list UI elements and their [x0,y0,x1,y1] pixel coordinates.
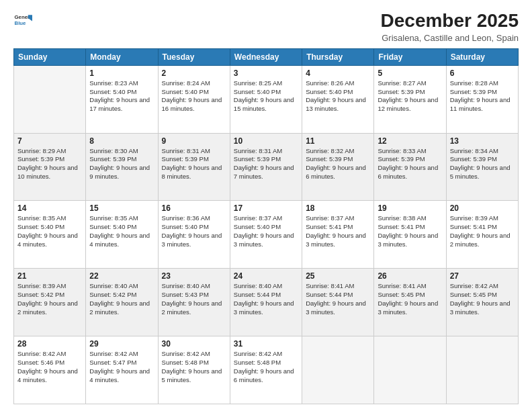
calendar-week-row: 28Sunrise: 8:42 AM Sunset: 5:46 PM Dayli… [14,336,519,404]
day-number: 29 [89,339,154,349]
day-info: Sunrise: 8:35 AM Sunset: 5:40 PM Dayligh… [17,214,82,248]
day-number: 14 [17,203,82,213]
column-header-wednesday: Wednesday [230,48,302,65]
calendar-cell: 1Sunrise: 8:23 AM Sunset: 5:40 PM Daylig… [86,65,158,133]
day-number: 25 [306,271,370,281]
day-info: Sunrise: 8:33 AM Sunset: 5:39 PM Dayligh… [378,147,442,181]
day-info: Sunrise: 8:42 AM Sunset: 5:45 PM Dayligh… [450,282,515,316]
day-info: Sunrise: 8:37 AM Sunset: 5:41 PM Dayligh… [306,214,370,248]
day-number: 15 [89,203,154,213]
calendar-cell: 11Sunrise: 8:32 AM Sunset: 5:39 PM Dayli… [302,133,374,201]
calendar-header-row: SundayMondayTuesdayWednesdayThursdayFrid… [14,48,519,65]
column-header-thursday: Thursday [302,48,374,65]
calendar-cell: 16Sunrise: 8:36 AM Sunset: 5:40 PM Dayli… [158,201,230,269]
day-info: Sunrise: 8:23 AM Sunset: 5:40 PM Dayligh… [89,79,154,113]
logo-icon: General Blue [13,11,32,30]
day-info: Sunrise: 8:32 AM Sunset: 5:39 PM Dayligh… [306,147,370,181]
calendar-table: SundayMondayTuesdayWednesdayThursdayFrid… [13,48,519,404]
logo: General Blue [13,11,32,30]
header: General Blue December 2025 Grisalena, Ca… [13,11,519,43]
calendar-cell: 9Sunrise: 8:31 AM Sunset: 5:39 PM Daylig… [158,133,230,201]
day-number: 22 [89,271,154,281]
column-header-tuesday: Tuesday [158,48,230,65]
calendar-cell [302,336,374,404]
column-header-sunday: Sunday [14,48,86,65]
calendar-cell: 2Sunrise: 8:24 AM Sunset: 5:40 PM Daylig… [158,65,230,133]
day-info: Sunrise: 8:37 AM Sunset: 5:40 PM Dayligh… [234,214,298,248]
day-number: 20 [450,203,515,213]
day-number: 31 [234,339,298,349]
day-info: Sunrise: 8:29 AM Sunset: 5:39 PM Dayligh… [17,147,82,181]
day-info: Sunrise: 8:39 AM Sunset: 5:41 PM Dayligh… [450,214,515,248]
day-number: 5 [378,68,442,78]
day-info: Sunrise: 8:42 AM Sunset: 5:46 PM Dayligh… [17,350,82,384]
calendar-cell: 14Sunrise: 8:35 AM Sunset: 5:40 PM Dayli… [14,201,86,269]
calendar-cell: 4Sunrise: 8:26 AM Sunset: 5:40 PM Daylig… [302,65,374,133]
day-number: 12 [378,136,442,146]
day-number: 13 [450,136,515,146]
calendar-cell: 20Sunrise: 8:39 AM Sunset: 5:41 PM Dayli… [446,201,518,269]
calendar-cell [374,336,446,404]
calendar-cell: 6Sunrise: 8:28 AM Sunset: 5:39 PM Daylig… [446,65,518,133]
calendar-cell: 30Sunrise: 8:42 AM Sunset: 5:48 PM Dayli… [158,336,230,404]
calendar-cell: 17Sunrise: 8:37 AM Sunset: 5:40 PM Dayli… [230,201,302,269]
calendar-cell: 28Sunrise: 8:42 AM Sunset: 5:46 PM Dayli… [14,336,86,404]
day-info: Sunrise: 8:36 AM Sunset: 5:40 PM Dayligh… [162,214,226,248]
title-block: December 2025 Grisalena, Castille and Le… [381,11,519,43]
day-info: Sunrise: 8:24 AM Sunset: 5:40 PM Dayligh… [162,79,226,113]
day-info: Sunrise: 8:41 AM Sunset: 5:45 PM Dayligh… [378,282,442,316]
day-info: Sunrise: 8:28 AM Sunset: 5:39 PM Dayligh… [450,79,515,113]
day-info: Sunrise: 8:31 AM Sunset: 5:39 PM Dayligh… [162,147,226,181]
calendar-cell [14,65,86,133]
calendar-cell: 12Sunrise: 8:33 AM Sunset: 5:39 PM Dayli… [374,133,446,201]
day-info: Sunrise: 8:40 AM Sunset: 5:43 PM Dayligh… [162,282,226,316]
day-info: Sunrise: 8:42 AM Sunset: 5:48 PM Dayligh… [162,350,226,384]
day-info: Sunrise: 8:42 AM Sunset: 5:47 PM Dayligh… [89,350,154,384]
day-number: 27 [450,271,515,281]
day-info: Sunrise: 8:30 AM Sunset: 5:39 PM Dayligh… [89,147,154,181]
calendar-cell: 29Sunrise: 8:42 AM Sunset: 5:47 PM Dayli… [86,336,158,404]
day-number: 3 [234,68,298,78]
calendar-cell: 13Sunrise: 8:34 AM Sunset: 5:39 PM Dayli… [446,133,518,201]
day-info: Sunrise: 8:41 AM Sunset: 5:44 PM Dayligh… [306,282,370,316]
calendar-cell: 5Sunrise: 8:27 AM Sunset: 5:39 PM Daylig… [374,65,446,133]
day-number: 4 [306,68,370,78]
day-number: 8 [89,136,154,146]
calendar-cell: 24Sunrise: 8:40 AM Sunset: 5:44 PM Dayli… [230,269,302,336]
calendar-week-row: 14Sunrise: 8:35 AM Sunset: 5:40 PM Dayli… [14,201,519,269]
day-info: Sunrise: 8:40 AM Sunset: 5:42 PM Dayligh… [89,282,154,316]
calendar-cell: 3Sunrise: 8:25 AM Sunset: 5:40 PM Daylig… [230,65,302,133]
day-number: 16 [162,203,226,213]
column-header-saturday: Saturday [446,48,518,65]
day-info: Sunrise: 8:40 AM Sunset: 5:44 PM Dayligh… [234,282,298,316]
column-header-monday: Monday [86,48,158,65]
day-number: 18 [306,203,370,213]
day-number: 6 [450,68,515,78]
day-number: 1 [89,68,154,78]
calendar-cell: 25Sunrise: 8:41 AM Sunset: 5:44 PM Dayli… [302,269,374,336]
calendar-cell: 19Sunrise: 8:38 AM Sunset: 5:41 PM Dayli… [374,201,446,269]
calendar-week-row: 7Sunrise: 8:29 AM Sunset: 5:39 PM Daylig… [14,133,519,201]
calendar-cell: 27Sunrise: 8:42 AM Sunset: 5:45 PM Dayli… [446,269,518,336]
column-header-friday: Friday [374,48,446,65]
calendar-cell [446,336,518,404]
day-number: 17 [234,203,298,213]
day-number: 21 [17,271,82,281]
day-number: 11 [306,136,370,146]
day-info: Sunrise: 8:25 AM Sunset: 5:40 PM Dayligh… [234,79,298,113]
calendar-cell: 26Sunrise: 8:41 AM Sunset: 5:45 PM Dayli… [374,269,446,336]
day-number: 23 [162,271,226,281]
day-info: Sunrise: 8:31 AM Sunset: 5:39 PM Dayligh… [234,147,298,181]
day-info: Sunrise: 8:34 AM Sunset: 5:39 PM Dayligh… [450,147,515,181]
calendar-week-row: 21Sunrise: 8:39 AM Sunset: 5:42 PM Dayli… [14,269,519,336]
day-info: Sunrise: 8:39 AM Sunset: 5:42 PM Dayligh… [17,282,82,316]
calendar-cell: 7Sunrise: 8:29 AM Sunset: 5:39 PM Daylig… [14,133,86,201]
day-number: 7 [17,136,82,146]
calendar-cell: 10Sunrise: 8:31 AM Sunset: 5:39 PM Dayli… [230,133,302,201]
day-info: Sunrise: 8:42 AM Sunset: 5:48 PM Dayligh… [234,350,298,384]
day-info: Sunrise: 8:35 AM Sunset: 5:40 PM Dayligh… [89,214,154,248]
day-number: 30 [162,339,226,349]
day-info: Sunrise: 8:38 AM Sunset: 5:41 PM Dayligh… [378,214,442,248]
calendar-cell: 8Sunrise: 8:30 AM Sunset: 5:39 PM Daylig… [86,133,158,201]
calendar-cell: 18Sunrise: 8:37 AM Sunset: 5:41 PM Dayli… [302,201,374,269]
